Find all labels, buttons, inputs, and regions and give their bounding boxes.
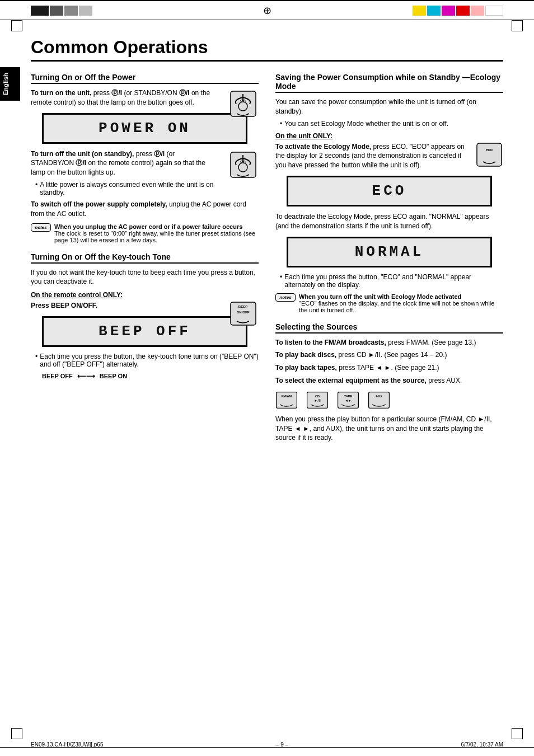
when-you-press-text: When you press the play button for a par… [275,415,503,443]
section-turning-on-off-power: Turning On or Off the Power on [31,73,259,243]
aux-text: To select the external equipment as the … [275,376,503,386]
keytone-bullet: Each time you press the button, the key-… [31,353,259,368]
notes-power-failure: notes When you unplug the AC power cord … [31,223,259,243]
arrow-symbol: ⟵⟶ [77,373,95,380]
color-block-magenta [442,6,455,16]
top-left-color-blocks [31,6,92,16]
source-icon-cd: CD ►/II [306,391,329,409]
color-block-dark [50,6,63,16]
display-eco: ECO [287,176,492,206]
section-title-keytone: Turning On or Off the Key-touch Tone [31,252,259,264]
standby-off-icon: on [228,149,259,182]
color-block-light [79,6,92,16]
ecology-intro: You can save the power consumption while… [275,97,503,116]
beep-arrow-line: BEEP OFF ⟵⟶ BEEP ON [42,373,247,380]
top-decorative-bar: ⊕ [0,0,534,20]
svg-text:FM/AM: FM/AM [282,395,292,398]
right-column: Saving the Power Consumption while on St… [275,73,503,452]
left-column: Turning On or Off the Power on [31,73,259,452]
notes-icon-power: notes [31,223,51,232]
source-icon-tape: TAPE ◄► [337,391,359,409]
section-key-touch-tone: Turning On or Off the Key-touch Tone If … [31,252,259,380]
crosshair-symbol: ⊕ [263,4,271,17]
section-selecting-sources: Selecting the Sources To listen to the F… [275,322,503,443]
section-title-ecology: Saving the Power Consumption while on St… [275,73,503,93]
page-content: Common Operations Turning On or Off the … [0,20,534,474]
notes-power-body: The clock is reset to "0:00" right away,… [54,230,259,243]
cd-text: To play back discs, press CD ►/II. (See … [275,350,503,360]
color-block-pink [471,6,484,16]
press-beep-text: Press BEEP ON/OFF. [31,301,219,311]
notes-ecology: notes When you turn off the unit with Ec… [275,293,503,313]
section-title-power: Turning On or Off the Power [31,73,259,84]
svg-text:◄►: ◄► [345,398,352,402]
color-block-white [485,6,503,16]
eco-icon: eco [475,142,503,169]
footer-file: EN09-13.CA-HXZ3[UW][.p65 [31,741,104,748]
beep-off-label: BEEP OFF [42,373,73,379]
footer-date: 6/7/02, 10:37 AM [461,741,503,748]
notes-ecology-title: When you turn off the unit with Ecology … [299,293,503,300]
turn-on-paragraph: on To turn on the unit, press ⓟ/I (or ST… [31,88,259,107]
switch-off-completely-text: To switch off the power supply completel… [31,200,259,219]
svg-text:CD: CD [315,395,320,398]
activate-eco-row: eco To activate the Ecology Mode, press … [275,142,503,170]
color-block-black [31,6,49,16]
color-block-med [64,6,78,16]
display-normal-text: NORMAL [355,243,424,260]
color-block-yellow [413,6,426,16]
display-power-on: POWER ON [42,113,247,144]
svg-text:AUX: AUX [376,395,382,398]
svg-text:eco: eco [486,148,493,152]
display-normal: NORMAL [287,237,492,267]
page-title: Common Operations [31,37,503,62]
notes-icon-ecology: notes [275,293,296,302]
beep-on-label: BEEP ON [100,373,127,379]
ecology-bullet2: Each time you press the button, "ECO" an… [275,273,503,289]
turn-on-text: To turn on the unit, press ⓟ/I (or STAND… [31,88,219,107]
source-icons-row: FM/AM CD ►/II [275,391,503,409]
notes-ecology-body: "ECO" flashes on the display, and the cl… [299,300,503,313]
footer: EN09-13.CA-HXZ3[UW][.p65 – 9 – 6/7/02, 1… [0,741,534,748]
color-block-red [456,6,470,16]
svg-rect-11 [477,143,502,166]
display-beep-off-text: BEEP OFF [99,323,191,340]
section-ecology-mode: Saving the Power Consumption while on St… [275,73,503,313]
two-column-layout: Turning On or Off the Power on [31,73,503,452]
turn-off-text: To turn off the unit (on standby), press… [31,149,219,177]
source-icon-fmam: FM/AM [275,391,298,409]
corner-mark-br [512,728,523,739]
ecology-sub-title: On the unit ONLY: [275,132,503,140]
tape-text: To play back tapes, press TAPE ◄ ►. (See… [275,363,503,373]
standby-bullet: A little power is always consumed even w… [31,181,219,196]
notes-power-content: When you unplug the AC power cord or if … [54,223,259,243]
svg-text:TAPE: TAPE [344,395,353,398]
keytone-intro: If you do not want the key-touch tone to… [31,268,259,287]
beep-on-off-row: BEEP ON/OFF Press BEEP ON/OFF. [31,301,259,311]
notes-power-title: When you unplug the AC power cord or if … [54,223,259,230]
display-eco-text: ECO [372,182,407,199]
beep-icon: BEEP ON/OFF [228,301,259,328]
display-power-on-text: POWER ON [99,120,191,137]
svg-text:BEEP: BEEP [238,305,247,308]
corner-mark-bl [11,728,22,739]
notes-ecology-content: When you turn off the unit with Ecology … [299,293,503,313]
turn-off-paragraph: on To turn off the unit (on standby), pr… [31,149,259,196]
svg-text:►/II: ►/II [314,398,321,402]
display-beep-off: BEEP OFF [42,316,247,347]
fm-text: To listen to the FM/AM broadcasts, press… [275,338,503,348]
page-number: – 9 – [276,741,288,748]
color-block-cyan [427,6,441,16]
activate-eco-text: To activate the Ecology Mode, press ECO.… [275,142,470,170]
ecology-bullet1: You can set Ecology Mode whether the uni… [275,120,503,128]
section-title-sources: Selecting the Sources [275,322,503,334]
keytone-sub-title: On the remote control ONLY: [31,291,259,299]
standby-on-icon: on [228,88,259,121]
top-right-color-blocks [413,6,503,16]
source-icon-aux: AUX [368,391,390,409]
deactivate-eco-text: To deactivate the Ecology Mode, press EC… [275,212,503,231]
svg-text:ON/OFF: ON/OFF [237,311,250,314]
